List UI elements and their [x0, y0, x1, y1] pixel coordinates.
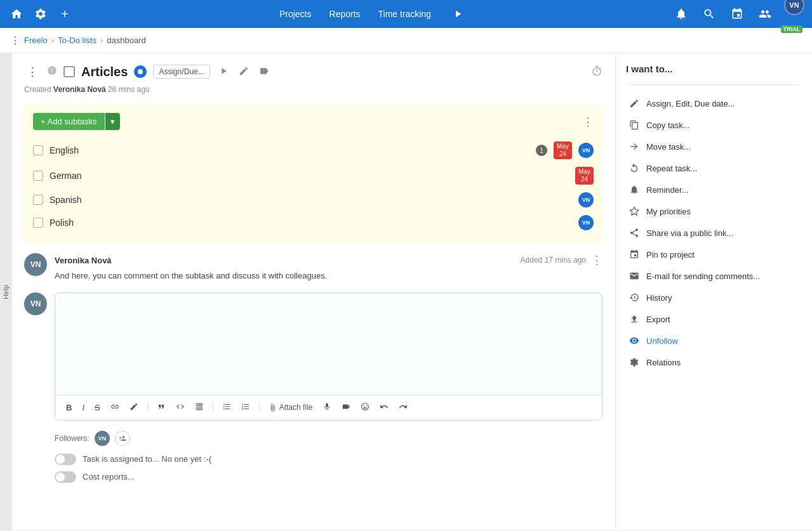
sidebar-item-relations[interactable]: Relations	[626, 351, 802, 373]
timer-icon	[591, 65, 602, 77]
bullet-list-button[interactable]	[219, 400, 234, 415]
notifications-icon[interactable]	[672, 5, 690, 23]
cost-reports-toggle-row: Cost reports...	[24, 471, 602, 483]
sidebar-item-email[interactable]: E-mail for sending comments...	[626, 265, 802, 287]
subtask-name-german[interactable]: German	[50, 171, 569, 181]
breadcrumb-todolists[interactable]: To-Do lists	[58, 36, 97, 45]
code-button[interactable]	[173, 400, 188, 415]
tag-button[interactable]	[257, 64, 271, 80]
ordered-list-button[interactable]	[238, 400, 253, 415]
subtask-name-polish[interactable]: Polish	[50, 218, 572, 228]
breadcrumb-dots[interactable]: ⋮	[10, 34, 20, 46]
search-icon[interactable]	[700, 5, 718, 23]
sidebar-item-unfollow[interactable]: Unfollow	[626, 330, 802, 351]
subtask-avatar-spanish: VN	[578, 192, 594, 207]
sidebar-item-priorities[interactable]: My priorities	[626, 200, 802, 222]
edit-icon	[629, 98, 640, 109]
help-panel[interactable]: Help	[0, 53, 11, 530]
task-author: Veronika Nová	[53, 85, 106, 94]
video-button[interactable]	[338, 400, 354, 415]
comment-more-button[interactable]: ⋮	[591, 253, 602, 267]
star-icon	[629, 206, 640, 217]
home-icon[interactable]	[8, 5, 25, 23]
subtask-checkbox-english[interactable]	[33, 145, 43, 155]
editor-avatar: VN	[24, 292, 47, 315]
pin-icon	[629, 249, 640, 260]
subtask-date-german: May 24	[575, 167, 594, 185]
sidebar-item-history[interactable]: History	[626, 287, 802, 308]
email-icon	[629, 270, 640, 282]
follower-avatar: VN	[95, 431, 110, 446]
link-button[interactable]	[107, 400, 123, 415]
time-ago: 26 mins ago	[108, 85, 149, 94]
cost-reports-toggle[interactable]	[55, 471, 76, 483]
italic-button[interactable]: I	[79, 401, 88, 414]
team-icon[interactable]	[756, 5, 774, 23]
attach-file-button[interactable]: Attach file	[265, 401, 316, 414]
sidebar-item-pin[interactable]: Pin to project	[626, 244, 802, 265]
undo-button[interactable]	[376, 400, 392, 415]
subtask-row: Spanish VN	[33, 188, 594, 211]
bold-button[interactable]: B	[63, 401, 75, 414]
subtask-name-spanish[interactable]: Spanish	[50, 195, 572, 205]
subtask-name-english[interactable]: English	[50, 145, 529, 155]
sidebar-item-repeat[interactable]: Repeat task...	[626, 157, 802, 179]
sidebar-history-label: History	[646, 293, 672, 303]
add-subtasks-dropdown-button[interactable]: ▾	[105, 113, 120, 130]
mic-button[interactable]	[319, 400, 335, 415]
pen-button[interactable]	[126, 400, 142, 415]
breadcrumb-dashboard: dashboard	[107, 36, 145, 45]
new-item-icon[interactable]: +	[56, 5, 74, 23]
reminder-icon	[629, 184, 640, 195]
trial-badge: TRIAL	[781, 25, 803, 33]
calendar-icon[interactable]	[728, 5, 746, 23]
quote-button[interactable]	[154, 400, 169, 415]
sidebar-assign-label: Assign, Edit, Due date...	[646, 99, 735, 108]
breadcrumb-brand[interactable]: Freelo	[24, 36, 48, 45]
play-icon[interactable]	[449, 5, 467, 23]
emoji-button[interactable]	[357, 400, 373, 415]
task-assigned-label: Task is assigned to... No one yet :-(	[83, 454, 211, 464]
warning-icon[interactable]	[47, 65, 57, 78]
sidebar-item-reminder[interactable]: Reminder...	[626, 179, 802, 200]
subtask-checkbox-polish[interactable]	[33, 218, 43, 228]
align-button[interactable]	[192, 400, 207, 415]
play-task-button[interactable]	[216, 64, 230, 80]
right-sidebar: I want to... Assign, Edit, Due date... C…	[615, 53, 812, 530]
subtask-checkbox-german[interactable]	[33, 171, 43, 181]
comment-body: Veronika Nová Added 17 mins ago ⋮ And he…	[55, 253, 602, 282]
nav-reports[interactable]: Reports	[329, 9, 361, 19]
subtask-checkbox-spanish[interactable]	[33, 195, 43, 205]
toolbar-sep3	[259, 402, 260, 412]
sidebar-item-export[interactable]: Export	[626, 308, 802, 330]
sidebar-item-assign[interactable]: Assign, Edit, Due date...	[626, 93, 802, 114]
strikethrough-button[interactable]: S	[91, 401, 103, 414]
user-avatar[interactable]: VN	[784, 0, 804, 15]
eye-icon	[629, 335, 640, 346]
subtask-badge-english: 1	[536, 145, 547, 156]
task-menu-button[interactable]: ⋮	[24, 63, 41, 80]
assign-due-button[interactable]: Assign/Due...	[153, 65, 210, 79]
help-label: Help	[2, 285, 10, 299]
relations-icon	[629, 357, 640, 368]
nav-projects[interactable]: Projects	[279, 9, 312, 19]
add-follower-button[interactable]	[115, 431, 130, 446]
edit-task-button[interactable]	[237, 64, 251, 80]
followers-label: Followers:	[55, 434, 90, 443]
add-subtasks-button[interactable]: + Add subtasks	[33, 113, 105, 130]
followers-row: Followers: VN	[24, 431, 602, 446]
attach-label: Attach file	[279, 403, 313, 412]
nav-time-tracking[interactable]: Time tracking	[378, 9, 432, 19]
subtasks-more-button[interactable]: ⋮	[582, 115, 594, 129]
comment-box: B I S	[55, 292, 602, 421]
redo-button[interactable]	[396, 400, 411, 415]
task-assigned-toggle[interactable]	[55, 454, 76, 465]
settings-icon[interactable]	[32, 5, 50, 23]
comment-editor[interactable]	[55, 293, 602, 395]
sidebar-item-move[interactable]: Move task...	[626, 136, 802, 157]
sidebar-item-share[interactable]: Share via a public link...	[626, 222, 802, 244]
sidebar-item-copy[interactable]: Copy task...	[626, 114, 802, 136]
history-icon	[629, 292, 640, 303]
task-complete-checkbox[interactable]	[63, 66, 75, 77]
task-active-indicator	[134, 65, 147, 78]
